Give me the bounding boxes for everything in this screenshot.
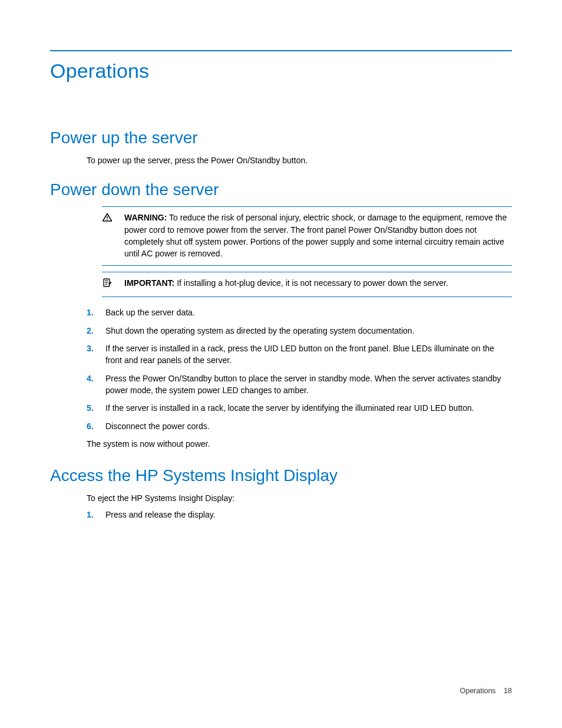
list-item: 4.Press the Power On/Standby button to p… bbox=[87, 373, 512, 397]
step-number: 1. bbox=[87, 509, 97, 521]
heading-power-up: Power up the server bbox=[50, 129, 512, 147]
important-body: IMPORTANT: If installing a hot-plug devi… bbox=[124, 277, 512, 291]
svg-point-1 bbox=[107, 219, 108, 220]
warning-callout: WARNING: To reduce the risk of personal … bbox=[102, 206, 512, 266]
power-down-steps: 1.Back up the server data. 2.Shut down t… bbox=[87, 307, 512, 431]
insight-body: To eject the HP Systems Insight Display: bbox=[87, 492, 512, 504]
power-down-after: The system is now without power. bbox=[87, 438, 512, 450]
heading-insight: Access the HP Systems Insight Display bbox=[50, 466, 512, 485]
footer-page-number: 18 bbox=[504, 687, 512, 695]
step-number: 2. bbox=[87, 325, 97, 337]
page-title: Operations bbox=[50, 60, 512, 83]
warning-label: WARNING: bbox=[124, 213, 167, 222]
warning-icon bbox=[102, 212, 114, 259]
list-item: 1.Back up the server data. bbox=[87, 307, 512, 318]
note-icon bbox=[102, 277, 114, 291]
step-number: 1. bbox=[87, 307, 97, 318]
list-item: 2.Shut down the operating system as dire… bbox=[87, 325, 512, 337]
warning-body: WARNING: To reduce the risk of personal … bbox=[124, 212, 512, 259]
step-number: 4. bbox=[87, 373, 97, 397]
insight-steps: 1.Press and release the display. bbox=[87, 509, 512, 521]
step-number: 3. bbox=[87, 342, 97, 367]
step-text: If the server is installed in a rack, lo… bbox=[105, 402, 474, 414]
list-item: 5.If the server is installed in a rack, … bbox=[87, 402, 512, 414]
power-up-body: To power up the server, press the Power … bbox=[87, 154, 512, 166]
important-label: IMPORTANT: bbox=[124, 278, 174, 288]
list-item: 6.Disconnect the power cords. bbox=[87, 420, 512, 432]
step-text: Press and release the display. bbox=[105, 509, 216, 521]
callouts: WARNING: To reduce the risk of personal … bbox=[102, 206, 512, 297]
page-footer: Operations 18 bbox=[459, 687, 512, 695]
heading-power-down: Power down the server bbox=[50, 180, 512, 199]
document-page: Operations Power up the server To power … bbox=[0, 0, 562, 728]
footer-section: Operations bbox=[459, 687, 495, 695]
important-text: If installing a hot-plug device, it is n… bbox=[177, 278, 448, 288]
step-text: If the server is installed in a rack, pr… bbox=[105, 342, 512, 367]
list-item: 1.Press and release the display. bbox=[87, 509, 512, 521]
list-item: 3.If the server is installed in a rack, … bbox=[87, 342, 512, 367]
warning-text: To reduce the risk of personal injury, e… bbox=[124, 213, 507, 258]
step-number: 5. bbox=[87, 402, 97, 414]
step-text: Disconnect the power cords. bbox=[105, 420, 210, 432]
step-text: Shut down the operating system as direct… bbox=[105, 325, 415, 337]
step-number: 6. bbox=[87, 420, 97, 432]
step-text: Back up the server data. bbox=[105, 307, 195, 318]
step-text: Press the Power On/Standby button to pla… bbox=[105, 373, 512, 397]
top-rule bbox=[50, 50, 512, 51]
important-callout: IMPORTANT: If installing a hot-plug devi… bbox=[102, 272, 512, 297]
